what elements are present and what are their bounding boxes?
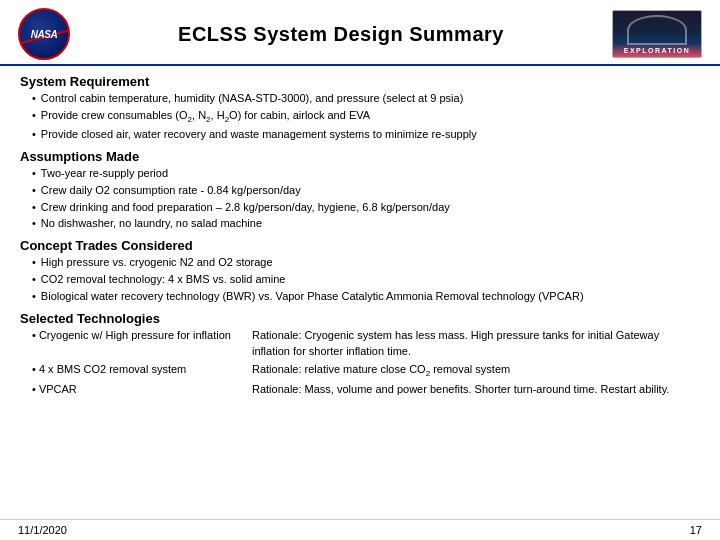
selected-tech-left-2: • 4 x BMS CO2 removal system	[32, 362, 242, 380]
bullet-icon: •	[32, 255, 36, 271]
bullet-icon: •	[32, 216, 36, 232]
selected-tech-right-1: Rationale: Cryogenic system has less mas…	[252, 328, 700, 360]
list-item: • Control cabin temperature, humidity (N…	[32, 91, 700, 107]
section-heading-selected-tech: Selected Technologies	[20, 311, 700, 326]
nasa-logo: NASA	[18, 8, 70, 60]
bullet-text: No dishwasher, no laundry, no salad mach…	[41, 216, 700, 232]
bullet-text: Two-year re-supply period	[41, 166, 700, 182]
footer-date: 11/1/2020	[18, 524, 67, 536]
exploration-logo: EXPLORATION	[612, 10, 702, 58]
bullet-icon: •	[32, 272, 36, 288]
content-area: System Requirement • Control cabin tempe…	[0, 66, 720, 519]
header: NASA ECLSS System Design Summary EXPLORA…	[0, 0, 720, 66]
page: NASA ECLSS System Design Summary EXPLORA…	[0, 0, 720, 540]
section-heading-assumptions: Assumptions Made	[20, 149, 700, 164]
bullet-text: Control cabin temperature, humidity (NAS…	[41, 91, 700, 107]
page-title: ECLSS System Design Summary	[178, 23, 504, 46]
bullet-text: CO2 removal technology: 4 x BMS vs. soli…	[41, 272, 700, 288]
selected-tech-left-3: • VPCAR	[32, 382, 242, 398]
selected-tech-right-3: Rationale: Mass, volume and power benefi…	[252, 382, 700, 398]
bullet-text: Provide closed air, water recovery and w…	[41, 127, 700, 143]
bullet-icon: •	[32, 183, 36, 199]
list-item: • Crew daily O2 consumption rate - 0.84 …	[32, 183, 700, 199]
bullet-text: Biological water recovery technology (BW…	[41, 289, 700, 305]
section-heading-concept-trades: Concept Trades Considered	[20, 238, 700, 253]
bullet-text: High pressure vs. cryogenic N2 and O2 st…	[41, 255, 700, 271]
list-item: • High pressure vs. cryogenic N2 and O2 …	[32, 255, 700, 271]
list-item: • No dishwasher, no laundry, no salad ma…	[32, 216, 700, 232]
bullet-icon: •	[32, 108, 36, 124]
exploration-arc	[627, 15, 687, 45]
selected-tech-left-1: • Cryogenic w/ High pressure for inflati…	[32, 328, 242, 360]
section-heading-system-req: System Requirement	[20, 74, 700, 89]
list-item: • Provide crew consumables (O2, N2, H2O)…	[32, 108, 700, 126]
bullet-icon: •	[32, 166, 36, 182]
list-item: • Two-year re-supply period	[32, 166, 700, 182]
nasa-logo-text: NASA	[31, 29, 57, 40]
bullet-icon: •	[32, 127, 36, 143]
selected-tech-right-2: Rationale: relative mature close CO2 rem…	[252, 362, 700, 380]
selected-tech-grid: • Cryogenic w/ High pressure for inflati…	[32, 328, 700, 398]
bullet-icon: •	[32, 91, 36, 107]
exploration-text: EXPLORATION	[624, 47, 691, 54]
list-item: • Crew drinking and food preparation – 2…	[32, 200, 700, 216]
bullet-icon: •	[32, 200, 36, 216]
footer-page-number: 17	[690, 524, 702, 536]
bullet-icon: •	[32, 289, 36, 305]
list-item: • Biological water recovery technology (…	[32, 289, 700, 305]
bullet-text: Provide crew consumables (O2, N2, H2O) f…	[41, 108, 700, 126]
list-item: • CO2 removal technology: 4 x BMS vs. so…	[32, 272, 700, 288]
bullet-text: Crew drinking and food preparation – 2.8…	[41, 200, 700, 216]
list-item: • Provide closed air, water recovery and…	[32, 127, 700, 143]
footer: 11/1/2020 17	[0, 519, 720, 540]
bullet-text: Crew daily O2 consumption rate - 0.84 kg…	[41, 183, 700, 199]
